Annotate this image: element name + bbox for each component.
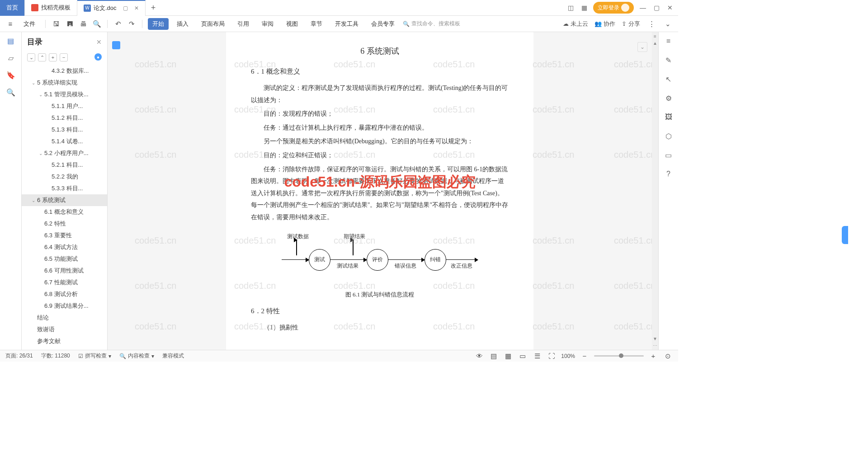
outline-node[interactable]: 6.8 测试分析 [22, 288, 107, 300]
zoom-in-icon[interactable]: + [648, 351, 658, 361]
cloud-status[interactable]: ☁ 未上云 [563, 20, 588, 28]
hamburger-icon[interactable]: ≡ [664, 37, 673, 46]
outline-rail-icon[interactable]: ▤ [6, 36, 16, 46]
outline-node[interactable]: ⌄6 系统测试 [22, 194, 107, 206]
new-tab-button[interactable]: + [146, 3, 161, 13]
tab-template[interactable]: 找稻壳模板 [25, 0, 77, 16]
content-check-button[interactable]: 🔍 内容检查 ▾ [119, 352, 154, 360]
outline-node[interactable]: 6.9 测试结果分... [22, 300, 107, 312]
outline-node[interactable]: 5.1.1 用户... [22, 100, 107, 112]
collapse-ribbon-icon[interactable]: ⌄ [663, 19, 673, 29]
apps-icon[interactable]: ▦ [580, 3, 589, 12]
outline-node[interactable]: 5.1.2 科目... [22, 112, 107, 124]
page-count[interactable]: 页面: 26/31 [5, 352, 33, 360]
share-button[interactable]: ⇪ 分享 [622, 20, 640, 28]
collapse-all-icon[interactable]: ⌄ [27, 53, 35, 61]
menu-start[interactable]: 开始 [148, 18, 169, 30]
print-icon[interactable]: 🖶 [78, 19, 88, 29]
tab-restore-icon[interactable]: ▢ [123, 5, 128, 11]
shield-icon[interactable]: ⬡ [664, 132, 673, 141]
outline-node[interactable]: 5.1.3 科目... [22, 124, 107, 136]
outline-node[interactable]: ⌄5 系统详细实现 [22, 77, 107, 89]
preview-icon[interactable]: 🔍 [92, 19, 102, 29]
add-node-icon[interactable]: + [49, 53, 57, 61]
menu-section[interactable]: 章节 [306, 18, 327, 30]
tab-home[interactable]: 首页 [0, 0, 25, 16]
outline-node[interactable]: 5.3.3 科目... [22, 183, 107, 194]
command-search[interactable]: 🔍 查找命令、搜索模板 [403, 20, 460, 28]
outline-node[interactable]: 致谢语 [22, 324, 107, 335]
pencil-icon[interactable]: ✎ [664, 56, 673, 65]
zoom-slider[interactable] [594, 355, 644, 357]
image-icon[interactable]: 🖼 [664, 113, 673, 122]
page-options-icon[interactable]: ⌄ [637, 42, 647, 52]
search-rail-icon[interactable]: 🔍 [6, 87, 16, 97]
spellcheck-button[interactable]: ☑ 拼写检查 ▾ [78, 352, 111, 360]
scroll-more-icon[interactable]: ⋯ [653, 343, 657, 348]
outline-node[interactable]: 5.2.2 我的 [22, 171, 107, 183]
outline-node[interactable]: ⌄5.2 小程序用户... [22, 147, 107, 159]
minimize-icon[interactable]: — [638, 3, 647, 12]
page-marker-icon[interactable] [112, 41, 120, 49]
menu-vip[interactable]: 会员专享 [367, 18, 399, 30]
tab-document[interactable]: W 论文.doc ▢ ✕ [77, 0, 146, 16]
scroll-up-icon[interactable]: ▲ [653, 41, 657, 46]
save-as-icon[interactable]: 🖪 [65, 19, 75, 29]
zoom-out-icon[interactable]: − [580, 351, 590, 361]
undo-icon[interactable]: ↶ [113, 19, 123, 29]
view-outline-icon[interactable]: ▭ [518, 351, 528, 361]
remove-node-icon[interactable]: − [60, 53, 68, 61]
zoom-menu-icon[interactable]: ⊙ [663, 351, 673, 361]
fit-icon[interactable]: ⛶ [547, 351, 557, 361]
expand-all-icon[interactable]: ⌃ [38, 53, 46, 61]
menu-icon[interactable]: ≡ [5, 19, 15, 29]
outline-node[interactable]: 6.7 性能测试 [22, 277, 107, 288]
outline-node[interactable]: 6.4 测试方法 [22, 241, 107, 253]
file-menu[interactable]: 文件 [19, 18, 40, 30]
login-button[interactable]: 立即登录 [593, 2, 634, 14]
outline-node[interactable]: 6.2 特性 [22, 218, 107, 230]
save-icon[interactable]: 🖫 [51, 19, 61, 29]
view-web-icon[interactable]: ▦ [503, 351, 513, 361]
close-window-icon[interactable]: ✕ [665, 3, 675, 12]
compat-mode[interactable]: 兼容模式 [162, 352, 184, 360]
view-eye-icon[interactable]: 👁 [474, 351, 484, 361]
outline-node[interactable]: 5.2.1 科目... [22, 159, 107, 171]
zoom-value[interactable]: 100% [561, 353, 575, 359]
outline-node[interactable]: 6.3 重要性 [22, 230, 107, 241]
more-icon[interactable]: ⋮ [646, 19, 656, 29]
menu-insert[interactable]: 插入 [172, 18, 193, 30]
scroll-menu-icon[interactable]: ≡ [654, 34, 656, 39]
settings-slider-icon[interactable]: ⚙ [664, 94, 673, 103]
outline-close-icon[interactable]: ✕ [96, 38, 102, 46]
document-area[interactable]: ⌄ 6 系统测试 6．1 概念和意义 测试的定义：程序测试是为了发现错误而执行程… [108, 32, 652, 350]
maximize-icon[interactable]: ▢ [652, 3, 661, 12]
reader-icon[interactable]: ▭ [664, 151, 673, 160]
scroll-down-icon[interactable]: ▼ [653, 336, 657, 341]
bookmark-rail-icon[interactable]: 🔖 [6, 70, 16, 80]
view-print-icon[interactable]: ▤ [489, 351, 499, 361]
outline-node[interactable]: 4.3.2 数据库... [22, 65, 107, 77]
outline-node[interactable]: 6.1 概念和意义 [22, 206, 107, 218]
tab-close-icon[interactable]: ✕ [134, 5, 139, 11]
redo-icon[interactable]: ↷ [127, 19, 137, 29]
collab-button[interactable]: 👥 协作 [594, 20, 615, 28]
scrollbar[interactable]: ≡ ▲ ▼ ⋯ [652, 32, 658, 350]
menu-layout[interactable]: 页面布局 [197, 18, 229, 30]
outline-node[interactable]: ⌄5.1 管理员模块... [22, 89, 107, 100]
cursor-icon[interactable]: ↖ [664, 75, 673, 84]
word-count[interactable]: 字数: 11280 [41, 352, 70, 360]
menu-view[interactable]: 视图 [282, 18, 302, 30]
outline-node[interactable]: 结论 [22, 312, 107, 324]
outline-node[interactable]: 5.1.4 试卷... [22, 136, 107, 147]
outline-node[interactable]: 6.5 功能测试 [22, 253, 107, 265]
help-icon[interactable]: ? [664, 169, 673, 179]
view-read-icon[interactable]: ☰ [532, 351, 542, 361]
menu-dev[interactable]: 开发工具 [330, 18, 363, 30]
outline-badge[interactable]: ● [94, 53, 102, 61]
nav-rail-icon[interactable]: ▱ [6, 53, 16, 63]
outline-node[interactable]: 参考文献 [22, 335, 107, 347]
layout-icon[interactable]: ◫ [566, 3, 575, 12]
menu-review[interactable]: 审阅 [257, 18, 278, 30]
outline-node[interactable]: 6.6 可用性测试 [22, 265, 107, 277]
